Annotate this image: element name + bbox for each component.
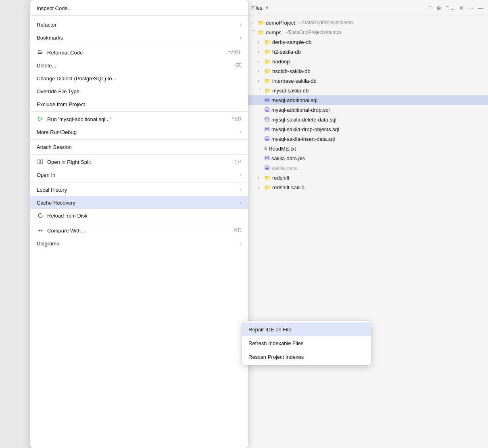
repair-ide-label: Repair IDE on File [248, 327, 291, 333]
svg-rect-9 [38, 53, 42, 54]
tree-item-mysql-sakila-delete[interactable]: mysql-sakila-delete-data.sql [246, 115, 488, 124]
tree-label: hadoop [272, 59, 290, 65]
override-file-type-label: Override File Type [37, 88, 242, 94]
folder-icon: 📁 [264, 88, 271, 94]
cache-recovery-submenu: Repair IDE on File Refresh Indexable Fil… [242, 321, 371, 365]
change-dialect-label: Change Dialect (PostgreSQL) to... [37, 75, 242, 82]
menu-divider [30, 139, 248, 140]
compare-with-label: Compare With... [47, 228, 230, 234]
compare-icon [37, 227, 44, 234]
menu-divider [30, 154, 248, 155]
menu-item-open-right-split[interactable]: Open in Right Split ⇧↵ [30, 155, 248, 168]
reformat-shortcut: ⌥⌘L [228, 50, 242, 55]
menu-divider [30, 111, 248, 112]
menu-item-change-dialect[interactable]: Change Dialect (PostgreSQL) to... [30, 72, 248, 85]
menu-divider [30, 45, 248, 45]
tree-item-interbase[interactable]: › 📁 interbase-sakila-db [246, 76, 488, 86]
files-title: Files [251, 5, 262, 11]
tree-item-derby[interactable]: › 📁 derby-sample-db [246, 37, 488, 47]
tree-arrow: › [258, 79, 263, 83]
file-panel: Files ∨ □ ⊕ ⌃⌄ ✕ ⋯ — › 📁 demoProject ~/D… [246, 0, 488, 448]
tree-item-redshift-sakila[interactable]: › 📁 redshift-sakila [246, 182, 488, 192]
menu-item-override-file-type[interactable]: Override File Type [30, 85, 248, 98]
menu-item-local-history[interactable]: Local History › [30, 183, 248, 196]
arrow-icon: › [240, 200, 242, 205]
menu-item-compare-with[interactable]: Compare With... ⌘D [30, 224, 248, 237]
sub-menu-item-rescan-project[interactable]: Rescan Project Indexes [242, 350, 371, 364]
tree-item-readme[interactable]: ≡ ReadME.txt [246, 144, 488, 153]
tree-item-dumps[interactable]: › 📁 dumps ~/DataGripProjects/dumps [246, 27, 488, 37]
menu-divider [30, 223, 248, 223]
tree-item-mysql-sakila-drop[interactable]: mysql-sakila-drop-objects.sql [246, 124, 488, 134]
menu-item-open-in[interactable]: Open In › [30, 168, 248, 181]
text-file-icon: ≡ [264, 146, 267, 151]
menu-item-diagrams[interactable]: Diagrams › [30, 237, 248, 250]
menu-item-run[interactable]: Run 'mysql-additional.sql...' ^⇧R [30, 113, 248, 126]
tree-arrow: › [258, 40, 263, 44]
tree-item-sakila-data-pls[interactable]: sakila-data.pls [246, 153, 488, 163]
tree-arrow: › [258, 185, 263, 190]
run-shortcut: ^⇧R [232, 116, 242, 122]
menu-section-top: Inspect Code... [30, 0, 248, 18]
tree-label: mysql-sakila-db [272, 88, 309, 94]
open-right-split-shortcut: ⇧↵ [234, 159, 242, 165]
menu-item-bookmarks[interactable]: Bookmarks › [30, 31, 248, 44]
menu-divider [30, 15, 248, 16]
chevrons-icon[interactable]: ⌃⌄ [445, 5, 455, 11]
reload-from-disk-label: Reload from Disk [47, 213, 242, 219]
sub-menu-item-refresh-indexable[interactable]: Refresh Indexable Files [242, 336, 371, 350]
menu-item-delete[interactable]: Delete... ⌫ [30, 59, 248, 72]
tree-item-hadoop[interactable]: › 📁 hadoop [246, 57, 488, 66]
menu-item-exclude[interactable]: Exclude from Project [30, 98, 248, 111]
close-icon[interactable]: ✕ [459, 5, 464, 11]
tree-item-demoProject[interactable]: › 📁 demoProject ~/DataGripProjects/demo [246, 18, 488, 27]
tree-arrow: › [258, 69, 263, 73]
menu-item-reformat[interactable]: Reformat Code ⌥⌘L [30, 46, 248, 59]
menu-item-reload-from-disk[interactable]: Reload from Disk [30, 209, 248, 222]
folder-icon: 📁 [258, 29, 264, 36]
svg-rect-12 [41, 160, 43, 164]
tree-item-sakila-data-truncated[interactable]: sakila-data... [246, 163, 488, 173]
inspect-code-item[interactable]: Inspect Code... [30, 2, 248, 15]
crosshair-icon[interactable]: ⊕ [436, 5, 441, 11]
more-icon[interactable]: ⋯ [468, 5, 473, 11]
arrow-icon: › [240, 35, 242, 40]
db-file-icon [264, 155, 270, 161]
tree-label: demoProject [266, 20, 295, 26]
tree-item-mysql-additional-sql[interactable]: mysql-additional.sql [246, 95, 488, 105]
db-file-icon [264, 107, 270, 113]
menu-item-cache-recovery[interactable]: Cache Recovery › [30, 196, 248, 209]
tree-label: redshift [272, 175, 290, 181]
tree-item-hsqldb[interactable]: › 📁 hsqldb-sakila-db [246, 66, 488, 76]
tree-item-mysql-sakila-insert[interactable]: mysql-sakila-insert-data.sql [246, 134, 488, 144]
db-file-icon [264, 97, 270, 103]
folder-icon: 📁 [264, 184, 271, 191]
diagrams-label: Diagrams [37, 241, 234, 247]
refresh-indexable-label: Refresh Indexable Files [248, 340, 304, 346]
tree-label: interbase-sakila-db [272, 78, 317, 84]
folder-icon: 📁 [264, 59, 271, 65]
compare-with-shortcut: ⌘D [233, 228, 242, 233]
folder-icon: 📁 [258, 20, 264, 26]
svg-rect-8 [38, 52, 43, 53]
tree-item-mysql-additional-drop[interactable]: mysql-additional-drop.sql [246, 105, 488, 115]
minus-icon[interactable]: — [478, 5, 483, 11]
folder-icon[interactable]: □ [429, 5, 432, 11]
tree-item-h2sakila[interactable]: › 📁 h2-sakila-db [246, 47, 488, 57]
menu-item-refactor[interactable]: Refactor › [30, 18, 248, 31]
attach-session-label: Attach Session [37, 144, 242, 150]
db-file-icon [264, 126, 270, 132]
menu-item-attach-session[interactable]: Attach Session [30, 140, 248, 153]
menu-item-more-run[interactable]: More Run/Debug › [30, 126, 248, 138]
svg-point-5 [265, 156, 269, 158]
tree-label: redshift-sakila [272, 184, 304, 191]
folder-icon: 📁 [264, 39, 271, 45]
sub-menu-item-repair-ide[interactable]: Repair IDE on File [242, 322, 371, 336]
tree-label: ReadME.txt [269, 146, 296, 152]
arrow-icon: › [240, 172, 242, 178]
folder-icon: 📁 [264, 78, 271, 84]
tree-label: dumps [266, 29, 282, 36]
tree-item-redshift[interactable]: › 📁 redshift [246, 173, 488, 182]
tree-item-mysql-sakila[interactable]: › 📁 mysql-sakila-db [246, 86, 488, 95]
folder-icon: 📁 [264, 175, 271, 181]
